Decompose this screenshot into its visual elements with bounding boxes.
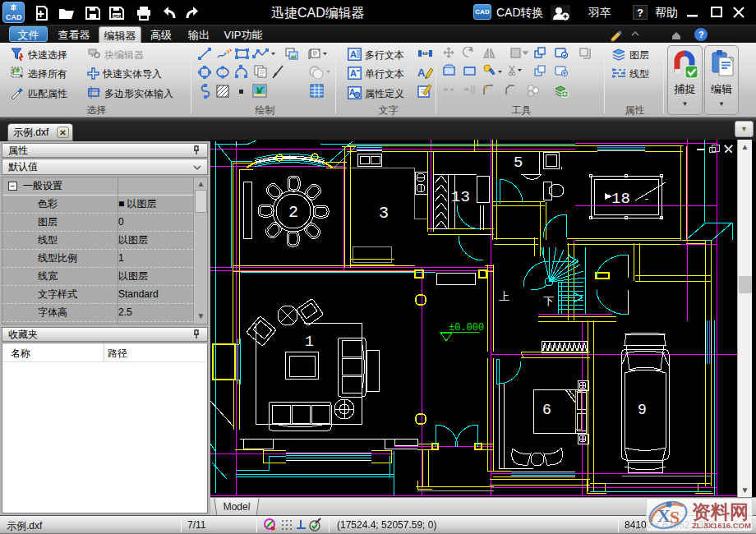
svg-text:13: 13	[451, 188, 470, 206]
svg-text:S: S	[670, 507, 680, 527]
svg-text:X: X	[657, 505, 671, 526]
svg-text:ZL.3X1616.COM: ZL.3X1616.COM	[692, 521, 751, 530]
svg-text:12: 12	[422, 51, 428, 56]
svg-text:A: A	[350, 49, 357, 59]
svg-text:3: 3	[379, 204, 389, 223]
svg-text:1: 1	[305, 334, 314, 350]
svg-text:?: ?	[698, 30, 704, 39]
svg-text:资料网: 资料网	[692, 501, 749, 522]
svg-text:5: 5	[514, 154, 523, 172]
svg-text:2: 2	[288, 203, 298, 222]
svg-text:下: 下	[543, 295, 554, 307]
svg-text:A: A	[417, 67, 426, 79]
svg-text:CAD: CAD	[6, 13, 22, 21]
svg-text:18: 18	[611, 190, 630, 208]
svg-text:PDF: PDF	[113, 14, 122, 19]
svg-text:6: 6	[542, 402, 551, 418]
svg-text:A: A	[350, 68, 357, 78]
svg-text:9: 9	[638, 402, 647, 418]
svg-text:上: 上	[499, 290, 509, 302]
